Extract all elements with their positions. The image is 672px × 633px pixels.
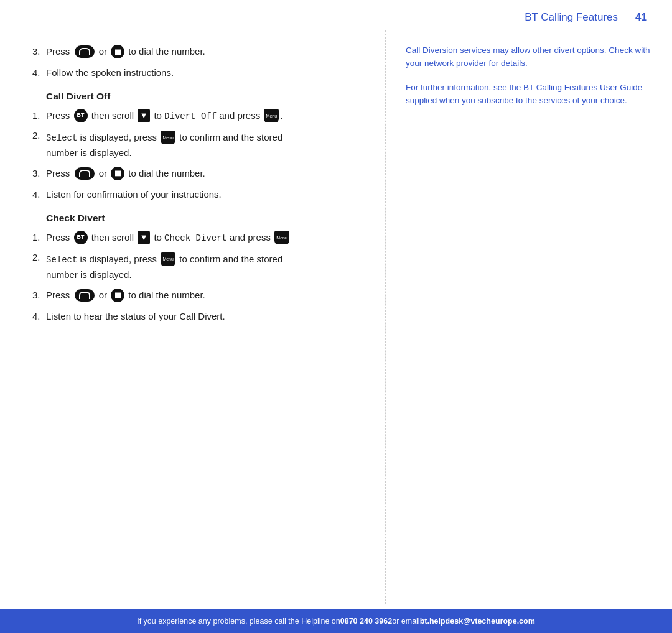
menu-icon: Menu [161, 131, 175, 144]
sidebar-note-1: Call Diversion services may allow other … [406, 44, 653, 70]
section-heading-call-divert-off: Call Divert Off [46, 91, 366, 102]
step-num: 2. [32, 252, 46, 262]
step-num: 4. [32, 65, 46, 80]
page-number: 41 [635, 11, 647, 24]
select-text: Select [46, 133, 77, 143]
step-text: Press or ▮▮ to dial the number. [46, 166, 205, 181]
bt-button-icon: BT [74, 109, 88, 122]
check-divert-step-4: 4. Listen to hear the status of your Cal… [32, 309, 366, 323]
step-num: 1. [32, 108, 46, 122]
menu-text: Check Divert [164, 233, 227, 243]
step-text: Press or ▮▮ to dial the number. [46, 288, 205, 303]
footer-phone: 0870 240 3962 [340, 617, 392, 626]
step-text: Press BT then scroll ▼ to Divert Off and… [46, 108, 282, 124]
page-footer: If you experience any problems, please c… [0, 609, 672, 633]
call-divert-off-step-4: 4. Listen for confirmation of your instr… [32, 187, 366, 201]
pause-icon: ▮▮ [111, 45, 124, 58]
step-text: Follow the spoken instructions. [46, 65, 174, 80]
step-text: Press or ▮▮ to dial the number. [46, 44, 205, 59]
check-divert-step-2: 2. Select is displayed, press Menu to co… [32, 252, 366, 282]
sidebar: Call Diversion services may allow other … [386, 30, 672, 604]
intro-step-4: 4. Follow the spoken instructions. [32, 65, 366, 80]
bt-button-icon: BT [74, 231, 88, 244]
call-divert-off-step-2: 2. Select is displayed, press Menu to co… [32, 130, 366, 160]
step-text: Press BT then scroll ▼ to Check Divert a… [46, 230, 291, 246]
call-icon [75, 289, 95, 302]
step-num: 3. [32, 166, 46, 180]
scroll-icon: ▼ [138, 231, 150, 244]
check-divert-step-3: 3. Press or ▮▮ to dial the number. [32, 288, 366, 303]
step-num: 3. [32, 288, 46, 302]
footer-text-2: or email [392, 617, 419, 626]
step-num: 2. [32, 130, 46, 141]
page-header: BT Calling Features 41 [0, 0, 672, 30]
step-num: 4. [32, 187, 46, 201]
menu-icon: Menu [161, 252, 175, 266]
sidebar-note-2: For further information, see the BT Call… [406, 81, 653, 108]
footer-email: bt.helpdesk@vtecheurope.com [420, 617, 535, 626]
step-num: 3. [32, 44, 46, 58]
check-divert-step-1: 1. Press BT then scroll ▼ to Check Diver… [32, 230, 366, 246]
call-divert-off-step-3: 3. Press or ▮▮ to dial the number. [32, 166, 366, 181]
header-title: BT Calling Features [525, 11, 618, 24]
section-heading-check-divert: Check Divert [46, 213, 366, 224]
step-text: Select is displayed, press Menu to confi… [46, 252, 282, 282]
step-num: 1. [32, 230, 46, 244]
step-text: Listen for confirmation of your instruct… [46, 187, 222, 201]
footer-text-1: If you experience any problems, please c… [137, 617, 340, 626]
page-body: 3. Press or ▮▮ to dial the number. 4. Fo… [0, 30, 672, 604]
pause-icon: ▮▮ [111, 289, 124, 302]
menu-icon: Menu [274, 231, 289, 244]
menu-text: Divert Off [164, 111, 217, 121]
select-text: Select [46, 255, 77, 265]
main-content: 3. Press or ▮▮ to dial the number. 4. Fo… [0, 30, 386, 604]
step-text: Select is displayed, press Menu to confi… [46, 130, 282, 160]
call-divert-off-step-1: 1. Press BT then scroll ▼ to Divert Off … [32, 108, 366, 124]
pause-icon: ▮▮ [111, 167, 124, 180]
scroll-icon: ▼ [138, 109, 150, 122]
step-text: Listen to hear the status of your Call D… [46, 309, 225, 323]
call-icon [75, 167, 95, 180]
call-icon [75, 45, 95, 58]
intro-step-3: 3. Press or ▮▮ to dial the number. [32, 44, 366, 59]
menu-icon: Menu [264, 109, 279, 122]
step-num: 4. [32, 309, 46, 323]
